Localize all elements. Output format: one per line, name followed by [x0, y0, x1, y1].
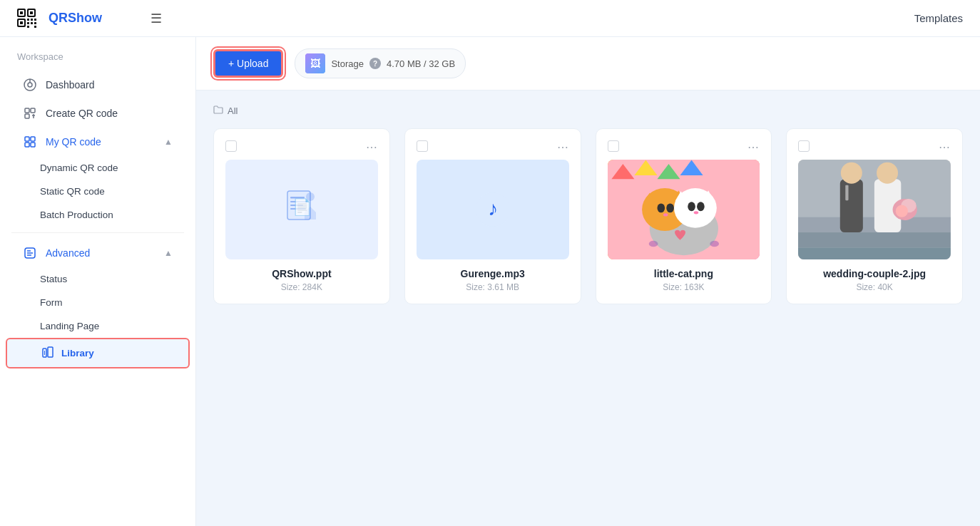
sidebar-item-library[interactable]: Library: [6, 338, 190, 368]
svg-rect-13: [31, 22, 33, 24]
svg-rect-16: [34, 26, 36, 28]
svg-rect-14: [34, 22, 36, 24]
file-name-wedding: wedding-couple-2.jpg: [798, 268, 951, 279]
sidebar: Workspace Dashboard: [0, 37, 196, 526]
svg-rect-78: [846, 185, 849, 200]
hamburger-menu-icon[interactable]: ☰: [150, 11, 162, 26]
file-card-cat[interactable]: ⋯: [596, 128, 772, 304]
content-body: All ⋯: [196, 91, 980, 319]
sidebar-divider: [11, 232, 184, 233]
svg-text:🖼: 🖼: [310, 58, 320, 69]
svg-point-60: [666, 203, 674, 212]
sidebar-item-form[interactable]: Form: [0, 291, 195, 314]
svg-point-63: [663, 213, 668, 216]
file-name-mp3: Gurenge.mp3: [417, 268, 569, 279]
upload-button[interactable]: + Upload: [213, 49, 283, 78]
form-label: Form: [40, 297, 63, 308]
content-area: + Upload 🖼 Storage ?: [196, 37, 980, 526]
breadcrumb: All: [213, 105, 963, 117]
svg-text:📄: 📄: [292, 197, 312, 217]
file-menu-mp3[interactable]: ⋯: [557, 140, 569, 154]
svg-point-62: [697, 202, 705, 211]
file-preview-cat: [608, 160, 760, 259]
dynamic-qr-label: Dynamic QR code: [40, 163, 118, 173]
svg-rect-26: [31, 137, 35, 141]
file-checkbox-mp3[interactable]: [417, 140, 428, 152]
folder-icon: [213, 105, 223, 117]
svg-rect-11: [34, 19, 36, 21]
batch-production-label: Batch Production: [40, 210, 113, 220]
library-label: Library: [61, 348, 94, 359]
my-qr-label: My QR code: [46, 136, 101, 148]
app-header: QRShow ☰ Templates: [0, 0, 980, 37]
file-size-ppt: Size: 284K: [225, 282, 378, 292]
svg-point-72: [841, 163, 862, 184]
svg-rect-27: [25, 143, 29, 147]
svg-rect-22: [25, 114, 29, 118]
logo-text: QRShow: [49, 11, 102, 26]
storage-value: 4.70 MB / 32 GB: [387, 58, 455, 69]
sidebar-item-my-qr[interactable]: My QR code ▲: [6, 128, 190, 156]
svg-rect-25: [25, 137, 29, 141]
svg-rect-9: [27, 19, 29, 21]
dashboard-icon: [23, 78, 37, 92]
storage-label: Storage: [331, 58, 364, 69]
sidebar-item-status[interactable]: Status: [0, 267, 195, 291]
file-name-ppt: QRShow.ppt: [225, 268, 378, 279]
svg-point-61: [688, 202, 695, 211]
static-qr-label: Static QR code: [40, 186, 105, 197]
svg-rect-8: [20, 21, 23, 24]
file-size-cat: Size: 163K: [608, 282, 760, 292]
file-card-wedding[interactable]: ⋯: [786, 128, 963, 304]
storage-info: 🖼 Storage ? 4.70 MB / 32 GB: [295, 48, 466, 78]
my-qr-icon: [23, 135, 37, 149]
dashboard-label: Dashboard: [46, 79, 95, 91]
templates-link[interactable]: Templates: [914, 12, 963, 24]
svg-rect-20: [25, 108, 29, 113]
file-card-mp3[interactable]: ⋯ ♪ Gurenge.mp3 Size: 3.61 MB: [404, 128, 581, 304]
sidebar-item-advanced[interactable]: Advanced ▲: [6, 239, 190, 267]
svg-rect-15: [27, 26, 29, 28]
svg-point-59: [657, 203, 665, 212]
svg-rect-34: [48, 347, 53, 357]
file-preview-ppt: 📄: [225, 160, 378, 259]
my-qr-chevron: ▲: [164, 137, 173, 147]
svg-rect-70: [798, 247, 951, 259]
advanced-chevron: ▲: [164, 248, 173, 258]
storage-thumbnail-icon: 🖼: [305, 53, 325, 73]
svg-rect-5: [30, 11, 33, 14]
advanced-label: Advanced: [46, 247, 90, 259]
status-label: Status: [40, 274, 67, 284]
content-toolbar: + Upload 🖼 Storage ?: [196, 37, 980, 91]
svg-rect-21: [31, 108, 35, 113]
svg-point-66: [710, 241, 719, 247]
svg-text:♪: ♪: [488, 197, 498, 220]
file-checkbox-wedding[interactable]: [798, 140, 810, 152]
sidebar-item-landing-page[interactable]: Landing Page: [0, 314, 195, 338]
file-checkbox-cat[interactable]: [608, 140, 619, 152]
sidebar-item-batch-production[interactable]: Batch Production: [0, 203, 195, 227]
file-checkbox-ppt[interactable]: [225, 140, 237, 152]
sidebar-item-dynamic-qr[interactable]: Dynamic QR code: [0, 156, 195, 180]
svg-point-18: [28, 83, 32, 87]
storage-help-icon[interactable]: ?: [369, 58, 381, 69]
svg-point-65: [648, 241, 658, 247]
file-preview-mp3: ♪: [417, 160, 569, 259]
svg-rect-10: [31, 19, 33, 21]
sidebar-item-static-qr[interactable]: Static QR code: [0, 180, 195, 203]
logo-icon: [17, 9, 43, 29]
sidebar-item-dashboard[interactable]: Dashboard: [6, 71, 190, 99]
sidebar-item-create-qr[interactable]: Create QR code: [6, 99, 190, 128]
breadcrumb-all: All: [228, 105, 238, 116]
file-menu-ppt[interactable]: ⋯: [366, 140, 378, 154]
file-menu-cat[interactable]: ⋯: [747, 140, 760, 154]
svg-rect-2: [20, 11, 23, 14]
landing-page-label: Landing Page: [40, 321, 99, 331]
create-qr-label: Create QR code: [46, 108, 118, 119]
file-menu-wedding[interactable]: ⋯: [939, 140, 951, 154]
create-qr-icon: [23, 106, 37, 120]
main-layout: Workspace Dashboard: [0, 37, 980, 526]
file-card-ppt[interactable]: ⋯ 📄 QRShow.: [213, 128, 390, 304]
workspace-label: Workspace: [0, 51, 195, 71]
svg-rect-69: [798, 232, 951, 247]
